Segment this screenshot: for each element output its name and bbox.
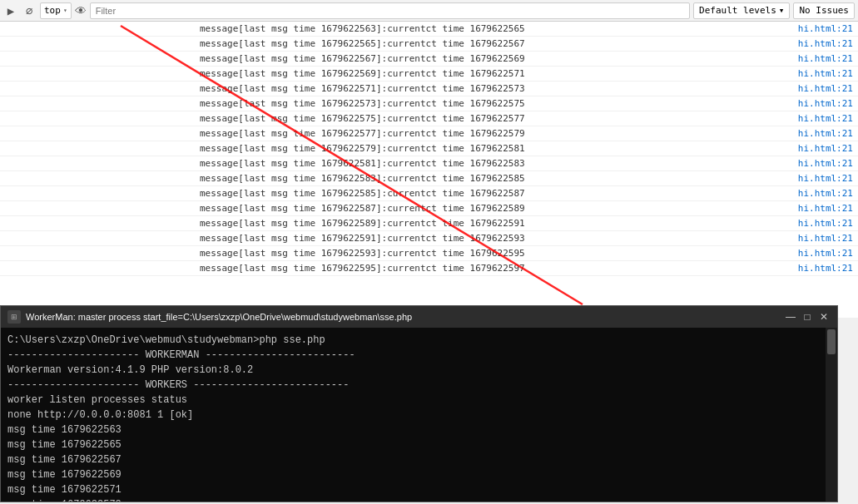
console-row: message[last msg time 1679622585]:curren… (0, 186, 858, 201)
console-msg: message[last msg time 1679622587]:curren… (200, 203, 798, 214)
console-msg: message[last msg time 1679622567]:curren… (200, 53, 798, 64)
console-source[interactable]: hi.html:21 (798, 113, 858, 124)
console-row: message[last msg time 1679622583]:curren… (0, 171, 858, 186)
console-msg: message[last msg time 1679622591]:curren… (200, 233, 798, 244)
console-row: message[last msg time 1679622573]:curren… (0, 96, 858, 111)
block-icon[interactable]: ⌀ (22, 3, 37, 18)
top-dropdown[interactable]: top ▾ (40, 2, 72, 19)
filter-input[interactable] (90, 2, 690, 19)
no-issues-badge: No Issues (793, 2, 855, 19)
console-row: message[last msg time 1679622571]:curren… (0, 82, 858, 96)
terminal-line: msg time 1679622571 (7, 482, 831, 497)
console-source[interactable]: hi.html:21 (798, 263, 858, 274)
levels-dropdown[interactable]: Default levels ▾ (693, 2, 790, 19)
console-row: message[last msg time 1679622575]:curren… (0, 111, 858, 126)
console-row: message[last msg time 1679622595]:curren… (0, 261, 858, 276)
terminal-title: WorkerMan: master process start_file=C:\… (26, 312, 779, 322)
console-row: message[last msg time 1679622565]:curren… (0, 37, 858, 52)
top-dropdown-arrow: ▾ (63, 7, 67, 14)
console-msg: message[last msg time 1679622563]:curren… (200, 23, 798, 34)
console-source[interactable]: hi.html:21 (798, 188, 858, 199)
levels-arrow: ▾ (779, 5, 785, 16)
console-source[interactable]: hi.html:21 (798, 128, 858, 139)
terminal-line: msg time 1679622573 (7, 497, 831, 502)
console-source[interactable]: hi.html:21 (798, 173, 858, 184)
terminal-scrollbar[interactable] (826, 328, 837, 502)
maximize-button[interactable]: □ (801, 310, 814, 324)
console-msg: message[last msg time 1679622579]:curren… (200, 143, 798, 154)
terminal-line: Workerman version:4.1.9 PHP version:8.0.… (7, 363, 831, 378)
console-source[interactable]: hi.html:21 (798, 203, 858, 214)
console-source[interactable]: hi.html:21 (798, 233, 858, 244)
top-label: top (44, 5, 61, 16)
terminal-line: ---------------------- WORKERMAN -------… (7, 348, 831, 363)
console-msg: message[last msg time 1679622565]:curren… (200, 38, 798, 49)
console-msg: message[last msg time 1679622593]:curren… (200, 248, 798, 259)
terminal-line: msg time 1679622565 (7, 437, 831, 452)
terminal-line: ---------------------- WORKERS ---------… (7, 378, 831, 393)
minimize-button[interactable]: — (784, 310, 797, 324)
console-source[interactable]: hi.html:21 (798, 218, 858, 229)
console-row: message[last msg time 1679622581]:curren… (0, 156, 858, 171)
console-row: message[last msg time 1679622591]:curren… (0, 231, 858, 246)
console-source[interactable]: hi.html:21 (798, 98, 858, 109)
console-msg: message[last msg time 1679622571]:curren… (200, 83, 798, 94)
terminal-line: msg time 1679622569 (7, 467, 831, 482)
console-row: message[last msg time 1679622579]:curren… (0, 141, 858, 156)
console-source[interactable]: hi.html:21 (798, 143, 858, 154)
terminal-line: msg time 1679622567 (7, 452, 831, 467)
console-area: message[last msg time 1679622563]:curren… (0, 22, 858, 318)
console-source[interactable]: hi.html:21 (798, 53, 858, 64)
back-icon[interactable]: ▶ (3, 3, 18, 18)
console-row: message[last msg time 1679622589]:curren… (0, 216, 858, 231)
console-msg: message[last msg time 1679622569]:curren… (200, 68, 798, 79)
terminal-body: C:\Users\zxzp\OneDrive\webmud\studywebma… (1, 328, 837, 502)
console-msg: message[last msg time 1679622573]:curren… (200, 98, 798, 109)
console-row: message[last msg time 1679622563]:curren… (0, 22, 858, 37)
console-msg: message[last msg time 1679622583]:curren… (200, 173, 798, 184)
console-msg: message[last msg time 1679622585]:curren… (200, 188, 798, 199)
console-msg: message[last msg time 1679622577]:curren… (200, 128, 798, 139)
console-row: message[last msg time 1679622567]:curren… (0, 52, 858, 67)
console-source[interactable]: hi.html:21 (798, 23, 858, 34)
eye-icon[interactable]: 👁 (75, 4, 87, 17)
console-source[interactable]: hi.html:21 (798, 68, 858, 79)
console-source[interactable]: hi.html:21 (798, 38, 858, 49)
console-row: message[last msg time 1679622569]:curren… (0, 67, 858, 82)
console-row: message[last msg time 1679622593]:curren… (0, 246, 858, 261)
terminal-line: worker listen processes status (7, 393, 831, 408)
terminal-window: ⊞ WorkerMan: master process start_file=C… (0, 305, 838, 502)
console-msg: message[last msg time 1679622595]:curren… (200, 263, 798, 274)
terminal-title-icon: ⊞ (7, 310, 21, 324)
close-button[interactable]: ✕ (817, 310, 831, 324)
terminal-controls: — □ ✕ (784, 310, 831, 324)
console-row: message[last msg time 1679622587]:curren… (0, 201, 858, 216)
console-source[interactable]: hi.html:21 (798, 83, 858, 94)
console-source[interactable]: hi.html:21 (798, 248, 858, 259)
terminal-line: msg time 1679622563 (7, 422, 831, 437)
terminal-titlebar: ⊞ WorkerMan: master process start_file=C… (1, 306, 837, 328)
console-row: message[last msg time 1679622577]:curren… (0, 126, 858, 141)
toolbar-right: Default levels ▾ No Issues (693, 2, 855, 19)
terminal-line: none http://0.0.0.0:8081 1 [ok] (7, 408, 831, 422)
console-msg: message[last msg time 1679622589]:curren… (200, 218, 798, 229)
terminal-line: C:\Users\zxzp\OneDrive\webmud\studywebma… (7, 333, 831, 348)
devtools-toolbar: ▶ ⌀ top ▾ 👁 Default levels ▾ No Issues (0, 0, 858, 22)
console-msg: message[last msg time 1679622575]:curren… (200, 113, 798, 124)
console-msg: message[last msg time 1679622581]:curren… (200, 158, 798, 169)
scroll-thumb[interactable] (827, 329, 836, 354)
levels-label: Default levels (699, 5, 776, 16)
console-source[interactable]: hi.html:21 (798, 158, 858, 169)
